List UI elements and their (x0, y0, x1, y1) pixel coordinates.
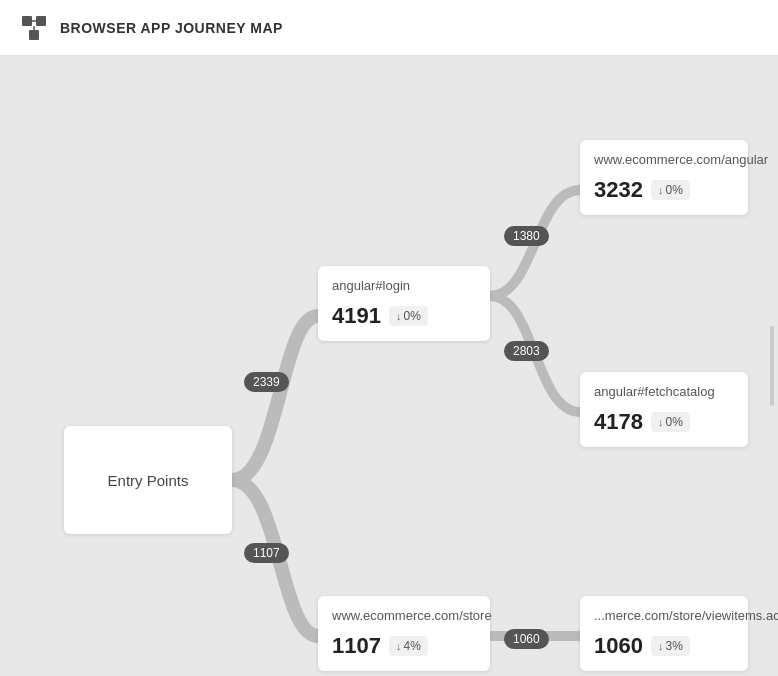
ecommerce-angular-count: 3232 (594, 177, 643, 203)
app-header: BROWSER APP JOURNEY MAP (0, 0, 778, 56)
ecommerce-angular-node: www.ecommerce.com/angular 3232 ↓ 0% (580, 140, 748, 215)
angular-fetchcatalog-badge: ↓ 0% (651, 412, 690, 432)
entry-points-label: Entry Points (108, 472, 189, 489)
arrow-down-icon-2: ↓ (658, 184, 664, 196)
ecommerce-angular-badge-text: 0% (665, 183, 682, 197)
page-title: BROWSER APP JOURNEY MAP (60, 20, 283, 36)
entry-points-node: Entry Points (64, 426, 232, 534)
store-viewitems-label: ...merce.com/store/viewitems.action (594, 608, 734, 625)
ecommerce-store-badge: ↓ 4% (389, 636, 428, 656)
angular-fetchcatalog-node: angular#fetchcatalog 4178 ↓ 0% (580, 372, 748, 447)
ecommerce-angular-stats: 3232 ↓ 0% (594, 177, 734, 203)
arrow-down-icon: ↓ (396, 310, 402, 322)
arrow-down-icon-4: ↓ (396, 640, 402, 652)
ecommerce-angular-badge: ↓ 0% (651, 180, 690, 200)
ecommerce-store-stats: 1107 ↓ 4% (332, 633, 476, 659)
angular-fetchcatalog-count: 4178 (594, 409, 643, 435)
angular-fetchcatalog-badge-text: 0% (665, 415, 682, 429)
journey-map-icon (18, 12, 50, 44)
ecommerce-store-count: 1107 (332, 633, 381, 659)
connector-login-fetchcatalog: 2803 (504, 341, 549, 361)
angular-login-badge: ↓ 0% (389, 306, 428, 326)
store-viewitems-node: ...merce.com/store/viewitems.action 1060… (580, 596, 748, 671)
store-viewitems-badge-text: 3% (665, 639, 682, 653)
ecommerce-angular-label: www.ecommerce.com/angular (594, 152, 734, 169)
journey-map-canvas: Entry Points angular#login 4191 ↓ 0% www… (0, 56, 778, 676)
connector-entry-store: 1107 (244, 543, 289, 563)
arrow-down-icon-3: ↓ (658, 416, 664, 428)
ecommerce-store-badge-text: 4% (403, 639, 420, 653)
angular-fetchcatalog-label: angular#fetchcatalog (594, 384, 734, 401)
connector-store-viewitems: 1060 (504, 629, 549, 649)
ecommerce-store-node: www.ecommerce.com/store 1107 ↓ 4% (318, 596, 490, 671)
angular-login-stats: 4191 ↓ 0% (332, 303, 476, 329)
store-viewitems-count: 1060 (594, 633, 643, 659)
svg-rect-2 (29, 30, 39, 40)
arrow-down-icon-5: ↓ (658, 640, 664, 652)
angular-login-label: angular#login (332, 278, 476, 295)
connector-entry-login: 2339 (244, 372, 289, 392)
store-viewitems-stats: 1060 ↓ 3% (594, 633, 734, 659)
angular-login-node: angular#login 4191 ↓ 0% (318, 266, 490, 341)
scrollbar[interactable] (770, 326, 774, 406)
angular-login-badge-text: 0% (403, 309, 420, 323)
store-viewitems-badge: ↓ 3% (651, 636, 690, 656)
angular-login-count: 4191 (332, 303, 381, 329)
svg-rect-1 (36, 16, 46, 26)
ecommerce-store-label: www.ecommerce.com/store (332, 608, 476, 625)
svg-rect-0 (22, 16, 32, 26)
connector-login-angular: 1380 (504, 226, 549, 246)
angular-fetchcatalog-stats: 4178 ↓ 0% (594, 409, 734, 435)
